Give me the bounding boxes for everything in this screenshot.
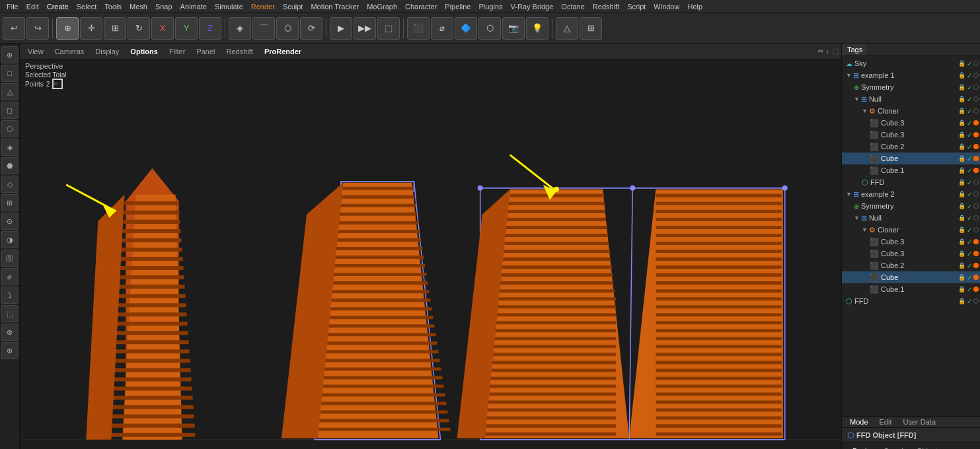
- menu-snap[interactable]: Snap: [151, 3, 176, 11]
- axis-y[interactable]: Y: [175, 17, 198, 40]
- menu-animate[interactable]: Animate: [176, 3, 211, 11]
- menu-render[interactable]: Render: [247, 3, 279, 11]
- menu-create[interactable]: Create: [43, 3, 73, 11]
- sidebar-btn-13[interactable]: ⌀: [1, 268, 19, 285]
- grid-btn[interactable]: ⊞: [580, 17, 602, 40]
- tab-display[interactable]: Display: [90, 46, 124, 57]
- tree-item-cubeb[interactable]: ⬛ Cube 🔒 ✓: [842, 271, 980, 283]
- menu-mograph[interactable]: MoGraph: [363, 3, 401, 11]
- tree-item-cube2b[interactable]: ⬛ Cube.2 🔒 ✓: [842, 259, 980, 271]
- menu-mesh[interactable]: Mesh: [126, 3, 151, 11]
- object-tool[interactable]: ◈: [229, 17, 251, 40]
- sidebar-btn-11[interactable]: ◑: [1, 231, 19, 248]
- tab-options[interactable]: Options: [125, 46, 163, 57]
- tree-item-cloner2[interactable]: ▼ ⚙ Cloner 🔒 ✓: [842, 224, 980, 236]
- tree-item-cube2[interactable]: ⬛ Cube.2 🔒 ✓: [842, 141, 980, 153]
- spline-btn[interactable]: ⌀: [431, 17, 453, 40]
- sidebar-btn-17[interactable]: ⊕: [1, 342, 19, 359]
- tab-redshift[interactable]: Redshift: [221, 46, 258, 57]
- tree-item-example1[interactable]: ▼ ⊞ example 1 🔒 ✓: [842, 69, 980, 81]
- tree-item-cube3b[interactable]: ⬛ Cube.3 🔒 ✓: [842, 129, 980, 141]
- tree-item-ffd1[interactable]: ⬡ FFD 🔒 ✓: [842, 176, 980, 188]
- menu-script[interactable]: Script: [623, 3, 650, 11]
- tree-item-cube3c[interactable]: ⬛ Cube.3 🔒 ✓: [842, 236, 980, 248]
- sidebar-btn-1[interactable]: ⊕: [1, 46, 19, 63]
- tab-filter[interactable]: Filter: [164, 46, 190, 57]
- render-view[interactable]: ▶▶: [354, 17, 376, 40]
- render-btn[interactable]: ▶: [330, 17, 352, 40]
- tree-item-example2[interactable]: ▼ ⊞ example 2 🔒 ✓: [842, 188, 980, 200]
- sidebar-btn-15[interactable]: ⬚: [1, 305, 19, 322]
- coord-tab-coord[interactable]: Coord: [878, 446, 909, 449]
- viewport-3d[interactable]: [20, 59, 841, 449]
- cube-btn[interactable]: ⬛: [407, 17, 430, 40]
- menu-window[interactable]: Window: [650, 3, 683, 11]
- arrow-example1[interactable]: ▼: [846, 72, 852, 79]
- arrow-cloner1[interactable]: ▼: [862, 108, 868, 114]
- light-btn[interactable]: 💡: [526, 17, 548, 40]
- axis-z[interactable]: Z: [199, 17, 221, 40]
- bottom-tab-userdata[interactable]: User Data: [898, 417, 942, 427]
- menu-sculpt[interactable]: Sculpt: [279, 3, 307, 11]
- redo-button[interactable]: ↪: [26, 17, 49, 40]
- arrow-null2[interactable]: ▼: [854, 215, 860, 221]
- sidebar-btn-6[interactable]: ◈: [1, 139, 19, 156]
- coord-tab-basic[interactable]: Basic: [847, 446, 876, 449]
- menu-help[interactable]: Help: [683, 3, 706, 11]
- sidebar-btn-3[interactable]: △: [1, 83, 19, 100]
- menu-select[interactable]: Select: [73, 3, 101, 11]
- bottom-tab-edit[interactable]: Edit: [874, 417, 897, 427]
- tree-item-ffd2[interactable]: ⬡ FFD 🔒 ✓: [842, 295, 980, 307]
- arrow-null1[interactable]: ▼: [854, 96, 860, 102]
- tree-item-sym1[interactable]: ⊕ Symmetry 🔒 ✓: [842, 81, 980, 93]
- bottom-tab-mode[interactable]: Mode: [845, 417, 874, 427]
- menu-simulate[interactable]: Simulate: [211, 3, 247, 11]
- menu-character[interactable]: Character: [401, 3, 441, 11]
- tab-cameras[interactable]: Cameras: [50, 46, 90, 57]
- tab-view[interactable]: View: [22, 46, 49, 57]
- tab-prorender[interactable]: ProRender: [259, 46, 307, 57]
- arrow-example2[interactable]: ▼: [846, 191, 852, 197]
- sidebar-btn-5[interactable]: ⬡: [1, 120, 19, 137]
- motion-tool[interactable]: ⟳: [300, 17, 322, 40]
- menu-octane[interactable]: Octane: [557, 3, 588, 11]
- menu-motion-tracker[interactable]: Motion Tracker: [307, 3, 363, 11]
- sidebar-btn-9[interactable]: ⊞: [1, 194, 19, 211]
- tree-item-cloner1[interactable]: ▼ ⚙ Cloner 🔒 ✓: [842, 105, 980, 117]
- sidebar-btn-12[interactable]: Ⓢ: [1, 250, 19, 267]
- select-tool[interactable]: ⊕: [56, 17, 79, 40]
- menu-vray[interactable]: V-Ray Bridge: [507, 3, 558, 11]
- menu-plugins[interactable]: Plugins: [474, 3, 506, 11]
- sidebar-btn-7[interactable]: ⬣: [1, 157, 19, 174]
- sidebar-btn-16[interactable]: ⊗: [1, 324, 19, 341]
- scale-tool[interactable]: ⊞: [104, 17, 126, 40]
- scene-tab-tags[interactable]: Tags: [842, 44, 868, 55]
- sidebar-btn-2[interactable]: □: [1, 65, 19, 82]
- menu-edit[interactable]: Edit: [22, 3, 43, 11]
- mograph-btn[interactable]: ⬡: [478, 17, 501, 40]
- undo-button[interactable]: ↩: [3, 17, 25, 40]
- arrow-cloner2[interactable]: ▼: [862, 226, 868, 233]
- spline-tool[interactable]: ⌒: [252, 17, 275, 40]
- coord-tab-object[interactable]: Object: [911, 446, 943, 449]
- tree-item-cube3a[interactable]: ⬛ Cube.3 🔒 ✓: [842, 117, 980, 129]
- tree-item-cube1b[interactable]: ⬛ Cube.1 🔒 ✓: [842, 283, 980, 295]
- tree-item-cube[interactable]: ⬛ Cube 🔒 ✓: [842, 153, 980, 164]
- sidebar-btn-10[interactable]: ⊙: [1, 213, 19, 230]
- menu-pipeline[interactable]: Pipeline: [441, 3, 474, 11]
- tree-item-cube3d[interactable]: ⬛ Cube.3 🔒 ✓: [842, 248, 980, 259]
- viewport-content[interactable]: Perspective Selected Total Points 2 ○: [20, 59, 841, 449]
- camera-btn[interactable]: 📷: [502, 17, 525, 40]
- sidebar-btn-4[interactable]: ◻: [1, 102, 19, 119]
- move-tool[interactable]: ✛: [80, 17, 102, 40]
- tree-item-null2[interactable]: ▼ ⊞ Null 🔒 ✓: [842, 212, 980, 224]
- sidebar-btn-14[interactable]: ⤵: [1, 287, 19, 304]
- snap-btn[interactable]: △: [556, 17, 578, 40]
- render-region[interactable]: ⬚: [377, 17, 400, 40]
- rotate-tool[interactable]: ↻: [128, 17, 150, 40]
- menu-redshift[interactable]: Redshift: [589, 3, 623, 11]
- tree-item-sym2[interactable]: ⊕ Symmetry 🔒 ✓: [842, 200, 980, 212]
- axis-x[interactable]: X: [151, 17, 174, 40]
- sidebar-btn-8[interactable]: ◇: [1, 176, 19, 193]
- tree-item-cube1[interactable]: ⬛ Cube.1 🔒 ✓: [842, 164, 980, 176]
